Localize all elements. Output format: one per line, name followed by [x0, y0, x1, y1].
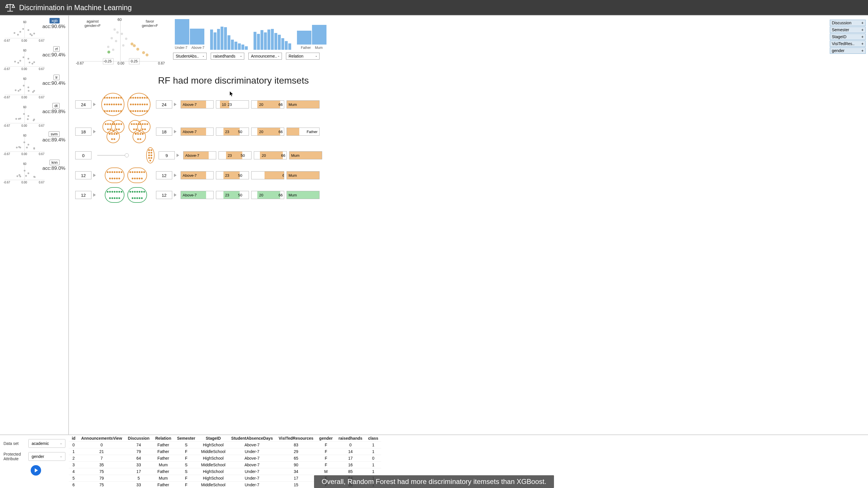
svg-text:-0.67: -0.67	[3, 153, 10, 156]
slider[interactable]	[97, 155, 128, 156]
itemset-bar[interactable]: Father	[286, 128, 319, 136]
model-tag[interactable]: knn	[50, 160, 60, 165]
svg-point-96	[114, 28, 116, 31]
expand-icon[interactable]	[93, 103, 96, 106]
itemset-bar[interactable]: Above-7	[181, 191, 214, 199]
svg-point-37	[15, 89, 17, 91]
data-table[interactable]: idAnnouncementsViewDiscussionRelationSem…	[69, 435, 381, 436]
right-count: 18	[156, 128, 172, 136]
expand-icon[interactable]	[93, 130, 96, 133]
svg-point-79	[17, 175, 18, 177]
model-block-dt[interactable]: dt acc:89.8% 60 -0.67 0.00 0.67	[1, 102, 67, 131]
svg-text:-0.67: -0.67	[3, 124, 10, 127]
itemset-row: 18 18 Above-7 23 50 20	[75, 120, 866, 143]
attribute-chip[interactable]: Semester+	[830, 27, 866, 33]
table-header[interactable]: AnnouncementsView	[78, 435, 125, 436]
hist-category-label: Above-7	[191, 46, 204, 50]
attribute-chip[interactable]: VisITedRes..+	[830, 40, 866, 47]
expand-icon[interactable]	[174, 193, 177, 197]
app-title: Discrimination in Machine Learning	[19, 3, 132, 12]
table-header[interactable]: class	[365, 435, 381, 436]
xtick: 0.25	[131, 59, 137, 63]
model-block-svm[interactable]: svm acc:89.4% 60 -0.67 0.00 0.67	[1, 131, 67, 159]
attribute-chip[interactable]: gender+	[830, 47, 866, 54]
itemset-bar[interactable]: Mum	[289, 151, 322, 159]
cluster-pair[interactable]	[100, 93, 152, 116]
itemset-bar[interactable]: 20 66	[251, 100, 284, 108]
model-block-xgb[interactable]: xgb acc:90.6% 60 -0.67 0.00 0.67	[1, 18, 67, 46]
svg-text:-0.67: -0.67	[3, 39, 10, 42]
table-header[interactable]: Relation	[152, 435, 174, 436]
itemset-bar[interactable]: 66	[251, 171, 284, 180]
model-tag[interactable]: rf	[53, 46, 60, 52]
itemset-bar[interactable]: Above-7	[181, 171, 214, 180]
expand-icon[interactable]	[174, 173, 177, 177]
attribute-select[interactable]: Announceme..-	[248, 53, 282, 60]
svg-point-13	[31, 34, 33, 36]
model-block-lr[interactable]: lr acc:90.4% 60 -0.67 0.00 0.67	[1, 74, 67, 102]
svg-text:0.00: 0.00	[22, 181, 27, 184]
svg-point-82	[25, 175, 27, 177]
table-header[interactable]: StageID	[198, 435, 228, 436]
model-tag[interactable]: lr	[54, 75, 60, 80]
itemset-row: 12 12 Above-7 23 50 20 66 Mum	[75, 187, 866, 203]
attribute-select[interactable]: StudentAbs..-	[173, 53, 207, 60]
expand-icon[interactable]	[177, 154, 179, 157]
itemset-bar[interactable]: Mum	[286, 100, 319, 108]
table-header[interactable]: raisedhands	[336, 435, 365, 436]
itemset-bar[interactable]: 10 23	[216, 100, 249, 108]
table-header[interactable]: gender	[316, 435, 336, 436]
attribute-chip[interactable]: StageID+	[830, 34, 866, 40]
table-header[interactable]: id	[69, 435, 78, 436]
expand-icon[interactable]	[93, 173, 96, 177]
itemset-bar[interactable]: 23 50	[219, 151, 251, 159]
cluster-pair[interactable]	[100, 167, 152, 183]
model-tag[interactable]: svm	[49, 131, 60, 137]
controls-panel: Data set academic Protected Attribute ge…	[0, 435, 69, 436]
scatter-panel[interactable]: against gender=F 60 favor gender=F	[71, 18, 169, 67]
cluster-single[interactable]	[134, 147, 155, 163]
itemset-bar[interactable]: 23 50	[216, 191, 249, 199]
section-title: RF had more discriminatory itemsets	[158, 75, 866, 86]
expand-icon[interactable]	[174, 130, 177, 133]
itemset-bar[interactable]: 23 50	[216, 171, 249, 180]
model-tag[interactable]: dt	[52, 103, 60, 108]
xtick: 0.67	[158, 61, 165, 65]
table-header[interactable]: StudentAbsenceDays	[228, 435, 276, 436]
cluster-pair[interactable]	[100, 120, 152, 143]
itemset-bar[interactable]: Above-7	[181, 128, 214, 136]
table-header[interactable]: Semester	[174, 435, 198, 436]
svg-text:0.00: 0.00	[22, 39, 27, 42]
model-tag[interactable]: xgb	[50, 18, 60, 24]
histogram-0[interactable]: Under-7Above-7	[175, 19, 204, 50]
itemset-bar[interactable]: Above-7	[181, 100, 214, 108]
table-header[interactable]: Discussion	[125, 435, 153, 436]
model-block-knn[interactable]: knn acc:89.0% 60 -0.67 0.00 0.67	[1, 159, 67, 188]
table-header[interactable]: VisITedResources	[276, 435, 316, 436]
attribute-chip[interactable]: Discussion+	[830, 20, 866, 26]
itemset-bar[interactable]: Above-7	[183, 151, 216, 159]
expand-icon[interactable]	[174, 103, 177, 106]
svg-point-99	[111, 37, 113, 39]
svg-point-52	[18, 118, 20, 120]
cluster-pair[interactable]	[100, 187, 152, 203]
itemset-bar[interactable]: Mum	[286, 191, 319, 199]
itemset-bar[interactable]: 20 66	[254, 151, 287, 159]
itemset-bar[interactable]: Mum	[286, 171, 319, 180]
svg-point-51	[16, 118, 17, 120]
itemset-bar[interactable]: 23 50	[216, 128, 249, 136]
itemset-bar[interactable]: 20 66	[251, 128, 284, 136]
histogram-1[interactable]	[210, 24, 248, 50]
attribute-select[interactable]: raisedhands-	[211, 53, 244, 60]
model-block-rf[interactable]: rf acc:90.4% 60 -0.67 0.00 0.67	[1, 46, 67, 74]
histogram-2[interactable]	[253, 24, 291, 50]
svg-point-15	[28, 29, 29, 31]
itemset-bar[interactable]: 20 66	[251, 191, 284, 199]
svg-point-68	[26, 147, 28, 149]
expand-icon[interactable]	[93, 193, 96, 197]
left-count: 12	[75, 191, 91, 199]
attribute-select[interactable]: Relation-	[286, 53, 319, 60]
left-count: 18	[75, 128, 91, 136]
histogram-3[interactable]: FatherMum	[297, 19, 327, 50]
svg-point-105	[107, 51, 110, 54]
